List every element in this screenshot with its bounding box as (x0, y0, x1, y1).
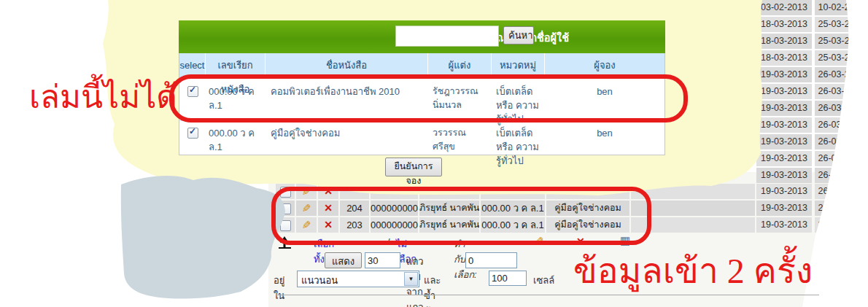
date-cell: 25-03-2013 (815, 17, 868, 32)
show-button[interactable]: แสดง : (325, 252, 362, 268)
date-cell: 26-03-2013 (815, 67, 868, 82)
mode-select-value: แนวนอน (301, 273, 338, 288)
date-cell: 26-03-2013 (815, 101, 868, 116)
num-rows-input[interactable] (365, 252, 400, 268)
search-bar: กรุณากรอกชื่อผู้ใช้ ค้นหา (179, 20, 665, 53)
date-cell: 18-03-2013 (756, 34, 812, 49)
repeat-headers-label: และซ้ำหัวแถวทุกๆ (424, 273, 441, 307)
date-cell: 18-03-2013 (756, 50, 812, 66)
date-cell: 19-03-2013 (756, 84, 812, 99)
date-cell: 26-03-2013 (815, 184, 868, 199)
date-cell: 26-03-2013 (815, 201, 868, 216)
date-cell: 26-03-2013 (815, 134, 868, 149)
start-row-input[interactable] (465, 252, 517, 268)
username-input[interactable] (395, 26, 499, 47)
date-cell: 19-03-2013 (756, 67, 812, 82)
author-cell: วรวรรณ ศรีสุข (433, 126, 491, 154)
title-cell: คู่มือคู่ใจช่างคอม (271, 126, 425, 140)
date-cell: 03-02-2013 (756, 0, 812, 15)
annotation-oval-top (169, 74, 688, 123)
divider (276, 295, 819, 295)
book-checkbox[interactable]: ✓ (187, 128, 198, 139)
confirm-reservation-button[interactable]: ยืนยันการจอง (385, 158, 442, 176)
repeat-cells-input[interactable] (489, 271, 527, 286)
date-cell: 18-03-2013 (756, 17, 812, 32)
date-cell: 25-03-2013 (815, 34, 868, 49)
filler-cell (631, 184, 755, 199)
date-cell: 19-03-2013 (756, 184, 812, 199)
date-cell: 26-03-2013 (815, 168, 868, 183)
date-cell: 26-03-2013 (815, 217, 868, 233)
annotation-bottom-note: ข้อมูลเข้า 2 ครั้ง (573, 254, 813, 289)
date-cell: 19-03-2013 (756, 217, 812, 233)
mode-select[interactable]: แนวนอน ▼ (297, 271, 419, 287)
date-cell: 26-03-2013 (815, 117, 868, 133)
date-cell: 19-03-2013 (756, 151, 812, 166)
date-cell: 25-03-2013 (815, 50, 868, 66)
callno-cell: 000.00 ว ค ล.1 (209, 126, 264, 154)
annotation-left-note: เล่มนี้ไม่ได้ (29, 82, 177, 114)
date-cell: 10-02-2013 (815, 0, 868, 15)
date-cell: 26-03-2013 (815, 151, 868, 166)
book-row: ✓ 000.00 ว ค ล.1 คู่มือคู่ใจช่างคอม วรวร… (179, 120, 664, 155)
date-cell: 26-03-2013 (815, 84, 868, 99)
date-cell: 19-03-2013 (756, 168, 812, 183)
reserver-cell: ben (545, 126, 664, 140)
mode-label: อยู่ใน (274, 273, 284, 303)
date-cell: 19-03-2013 (756, 101, 812, 116)
cells-label: เซลล์ (533, 273, 554, 288)
date-cell: 19-03-2013 (756, 201, 812, 216)
annotation-oval-bottom (271, 187, 651, 245)
date-cell: 19-03-2013 (756, 117, 812, 133)
date-cell: 19-03-2013 (756, 134, 812, 149)
page: 03-02-201310-02-201318-03-201325-03-2013… (0, 0, 868, 307)
search-button[interactable]: ค้นหา (503, 26, 534, 44)
chevron-down-icon[interactable]: ▼ (404, 272, 418, 286)
category-cell: เบ็ตเตล็ดหรือ ความรู้ทั่วไป (496, 126, 543, 168)
date-row: 03-02-201310-02-2013 (0, 0, 868, 15)
